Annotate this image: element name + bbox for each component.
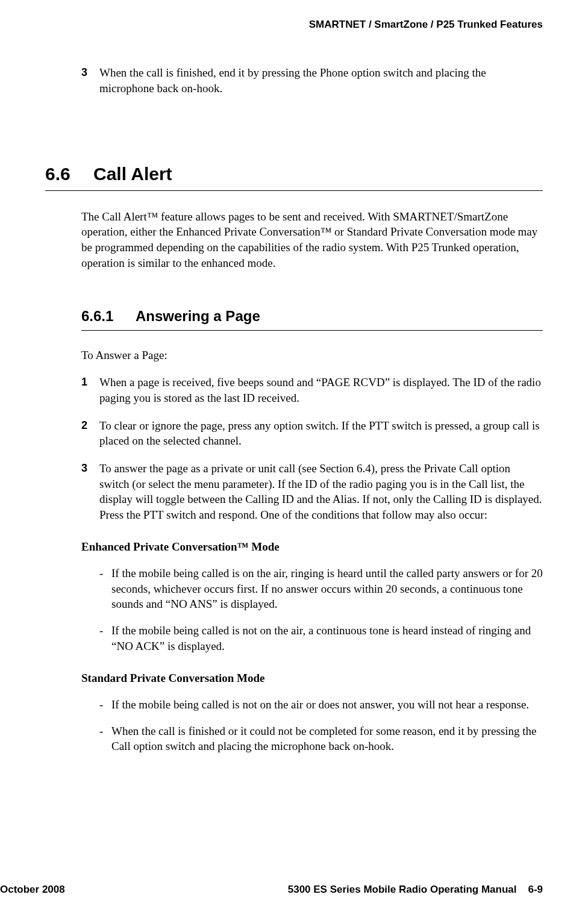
dash-mark: - (99, 566, 111, 612)
dash-text: If the mobile being called is on the air… (111, 566, 543, 612)
step-text: When the call is finished, end it by pre… (99, 65, 543, 96)
step-number: 3 (81, 461, 99, 523)
step-text: To clear or ignore the page, press any o… (99, 418, 543, 449)
footer-page-number: 6-9 (528, 884, 543, 895)
dash-text: If the mobile being called is not on the… (111, 697, 543, 713)
subsection-title: Answering a Page (136, 307, 260, 326)
section-number: 6.6 (45, 162, 93, 187)
page: SMARTNET / SmartZone / P25 Trunked Featu… (0, 0, 588, 915)
step-number: 2 (81, 418, 99, 449)
section-heading: 6.6 Call Alert (45, 162, 543, 191)
step-item: 3 To answer the page as a private or uni… (81, 461, 543, 523)
step-item: 3 When the call is finished, end it by p… (81, 65, 543, 96)
section-title: Call Alert (93, 162, 172, 187)
leading-step-list: 3 When the call is finished, end it by p… (81, 65, 543, 96)
page-footer: October 2008 5300 ES Series Mobile Radio… (0, 883, 543, 897)
subsection-heading: 6.6.1 Answering a Page (81, 307, 543, 330)
footer-right: 5300 ES Series Mobile Radio Operating Ma… (288, 883, 543, 897)
dash-text: If the mobile being called is not on the… (111, 623, 543, 654)
dash-item: - If the mobile being called is not on t… (99, 697, 543, 713)
dash-text: When the call is finished or it could no… (111, 723, 543, 754)
mode-heading-standard: Standard Private Conversation Mode (81, 670, 543, 686)
step-item: 1 When a page is received, five beeps so… (81, 375, 543, 405)
dash-mark: - (99, 623, 111, 654)
dash-item: - If the mobile being called is not on t… (99, 623, 543, 654)
dash-mark: - (99, 723, 111, 754)
subsection-lead: To Answer a Page: (81, 348, 543, 363)
numbered-steps: 1 When a page is received, five beeps so… (81, 375, 543, 522)
section-intro: The Call Alert™ feature allows pages to … (81, 209, 543, 271)
dash-mark: - (99, 697, 111, 713)
dash-item: - If the mobile being called is on the a… (99, 566, 543, 612)
step-item: 2 To clear or ignore the page, press any… (81, 418, 543, 449)
running-header: SMARTNET / SmartZone / P25 Trunked Featu… (45, 18, 543, 32)
step-number: 1 (81, 375, 99, 405)
subsection-number: 6.6.1 (81, 307, 136, 326)
dash-item: - When the call is finished or it could … (99, 723, 543, 754)
step-text: To answer the page as a private or unit … (99, 461, 543, 523)
step-text: When a page is received, five beeps soun… (99, 375, 543, 405)
footer-date: October 2008 (0, 883, 65, 897)
dash-list-enhanced: - If the mobile being called is on the a… (99, 566, 543, 654)
footer-manual-title: 5300 ES Series Mobile Radio Operating Ma… (288, 884, 517, 895)
dash-list-standard: - If the mobile being called is not on t… (99, 697, 543, 754)
step-number: 3 (81, 65, 99, 96)
mode-heading-enhanced: Enhanced Private Conversation™ Mode (81, 539, 543, 555)
